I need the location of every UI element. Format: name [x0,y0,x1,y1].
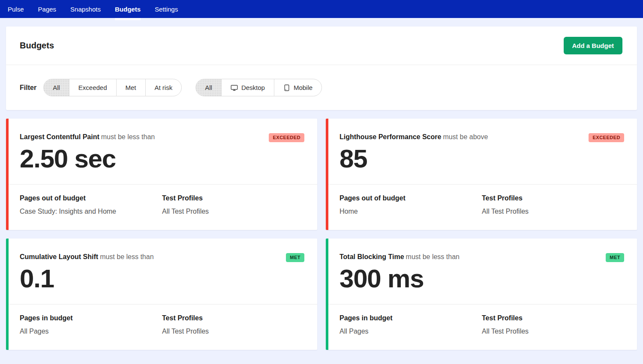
pages-value: All Pages [340,328,482,335]
budget-value: 85 [340,145,624,173]
add-budget-button[interactable]: Add a Budget [564,37,623,54]
budget-rule: Cumulative Layout Shiftmust be less than [20,253,154,261]
desktop-icon [231,84,238,91]
filter-device-desktop[interactable]: Desktop [221,79,274,96]
filter-bar: Filter All Exceeded Met At risk All [6,65,637,110]
profiles-value: All Test Profiles [162,328,304,335]
metric-condition: must be above [443,133,488,140]
budget-rule: Lighthouse Performance Scoremust be abov… [340,133,488,141]
filter-device-desktop-label: Desktop [241,84,265,91]
profiles-value: All Test Profiles [482,328,624,335]
status-badge: EXCEEDED [269,133,304,142]
metric-name: Lighthouse Performance Score [340,133,441,140]
filter-device-mobile-label: Mobile [294,84,312,91]
budget-cards-grid: Largest Contentful Paintmust be less tha… [6,119,637,350]
metric-name: Cumulative Layout Shift [20,253,98,260]
profiles-label: Test Profiles [162,194,304,202]
card-main: Lighthouse Performance Scoremust be abov… [328,119,637,184]
filter-device-mobile[interactable]: Mobile [274,79,322,96]
nav-tab-budgets[interactable]: Budgets [115,6,141,13]
metric-condition: must be less than [100,253,153,260]
metric-name: Largest Contentful Paint [20,133,99,140]
profiles-label: Test Profiles [482,314,624,322]
status-badge: MET [286,253,304,262]
budgets-panel: Budgets Add a Budget Filter All Exceeded… [6,27,637,110]
panel-header: Budgets Add a Budget [6,27,637,65]
card-footer: Pages out of budget Home Test Profiles A… [328,184,637,230]
budget-value: 0.1 [20,265,304,292]
budget-card-cls: Cumulative Layout Shiftmust be less than… [6,239,317,350]
filter-device-all[interactable]: All [196,79,221,96]
profiles-value: All Test Profiles [162,208,304,215]
profiles-value: All Test Profiles [482,208,624,215]
profiles-label: Test Profiles [482,194,624,202]
mobile-icon [283,84,290,91]
pages-label: Pages out of budget [20,194,162,202]
filter-status-at-risk[interactable]: At risk [145,79,182,96]
metric-condition: must be less than [101,133,155,140]
budget-rule: Total Blocking Timemust be less than [340,253,460,261]
pages-value: All Pages [20,328,162,335]
budget-value: 300 ms [340,265,624,292]
budget-card-tbt: Total Blocking Timemust be less than MET… [326,239,637,350]
nav-tab-settings[interactable]: Settings [155,6,178,13]
card-main: Largest Contentful Paintmust be less tha… [9,119,317,184]
nav-tab-snapshots[interactable]: Snapshots [70,6,101,13]
device-filter-group: All Desktop [195,79,322,96]
metric-name: Total Blocking Time [340,253,404,260]
filter-status-met[interactable]: Met [116,79,145,96]
card-main: Total Blocking Timemust be less than MET… [328,239,637,304]
status-filter-group: All Exceeded Met At risk [43,79,182,96]
budget-rule: Largest Contentful Paintmust be less tha… [20,133,155,141]
status-badge: EXCEEDED [589,133,624,142]
filter-status-exceeded[interactable]: Exceeded [69,79,116,96]
filter-device-all-label: All [205,84,212,91]
status-badge: MET [606,253,624,262]
pages-label: Pages in budget [20,314,162,322]
top-nav: Pulse Pages Snapshots Budgets Settings [0,0,643,18]
pages-label: Pages in budget [340,314,482,322]
pages-value: Home [340,208,482,215]
page-title: Budgets [20,41,54,51]
budget-card-lcp: Largest Contentful Paintmust be less tha… [6,119,317,230]
pages-value: Case Study: Insights and Home [20,208,162,215]
card-footer: Pages out of budget Case Study: Insights… [9,184,317,230]
card-footer: Pages in budget All Pages Test Profiles … [328,304,637,350]
filter-label: Filter [20,84,36,92]
profiles-label: Test Profiles [162,314,304,322]
card-footer: Pages in budget All Pages Test Profiles … [9,304,317,350]
budgets-page: Budgets Add a Budget Filter All Exceeded… [0,18,643,350]
budget-value: 2.50 sec [20,145,304,173]
pages-label: Pages out of budget [340,194,482,202]
budget-card-lighthouse: Lighthouse Performance Scoremust be abov… [326,119,637,230]
metric-condition: must be less than [406,253,460,260]
nav-tab-pulse[interactable]: Pulse [8,6,24,13]
nav-tab-pages[interactable]: Pages [38,6,57,13]
filter-status-all[interactable]: All [44,79,69,96]
card-main: Cumulative Layout Shiftmust be less than… [9,239,317,304]
